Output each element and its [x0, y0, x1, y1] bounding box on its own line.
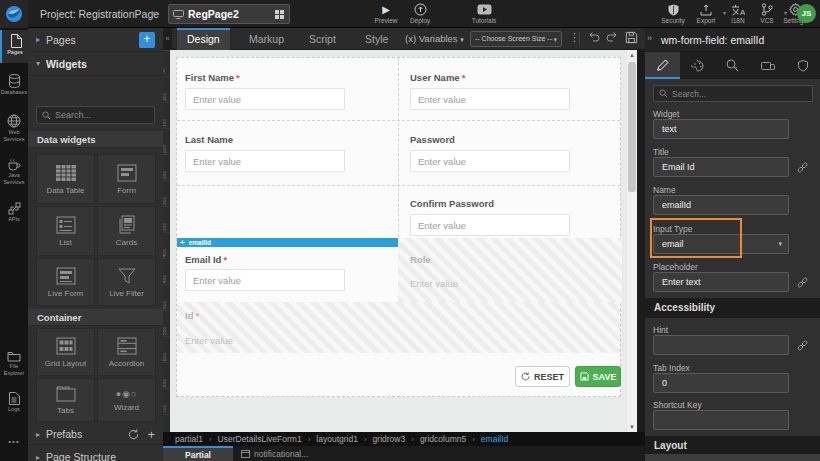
tab-partial[interactable]: Partial: [163, 446, 233, 461]
breadcrumb-item[interactable]: gridrow3: [373, 434, 406, 444]
canvas-scrollbar[interactable]: ▲ ▼: [627, 50, 637, 432]
chevron-right-icon: ›: [151, 5, 155, 20]
add-page-button[interactable]: +: [139, 32, 155, 48]
widget-tile-wizard[interactable]: ●◉○ Wizard: [97, 378, 156, 422]
reset-button[interactable]: RESET: [515, 366, 570, 387]
tab-properties[interactable]: [645, 52, 680, 79]
widget-tile-cards[interactable]: Cards: [97, 206, 156, 256]
required-asterisk: *: [223, 254, 227, 265]
email-id-input[interactable]: [185, 269, 345, 291]
tab-script[interactable]: Script: [299, 28, 346, 50]
rail-item-file-explorer[interactable]: File Explorer: [0, 346, 28, 384]
chevron-right-icon: ›: [472, 435, 475, 444]
widget-tile-data-table[interactable]: Data Table: [36, 154, 95, 204]
rail-item-apis[interactable]: APIs: [0, 198, 28, 231]
tutorials-button[interactable]: Tutorials: [462, 3, 506, 24]
selection-bar-emailid[interactable]: + emailId: [177, 238, 398, 247]
rail-item-pages[interactable]: Pages: [0, 30, 28, 63]
tab-style[interactable]: Style: [355, 28, 398, 50]
page-selector[interactable]: RegPage2: [168, 4, 290, 24]
properties-search-input[interactable]: [672, 89, 792, 99]
breadcrumb-item[interactable]: partial1: [175, 434, 203, 444]
tab-markup[interactable]: Markup: [239, 28, 294, 50]
breadcrumb-item[interactable]: UserDetailsLiveForm1: [218, 434, 302, 444]
bind-link-icon[interactable]: [796, 339, 809, 352]
tab-security[interactable]: [785, 52, 820, 79]
top-bar: Project: RegistrationPage › RegPage2 ▶ P…: [0, 0, 820, 28]
scroll-up-icon[interactable]: ▲: [627, 52, 637, 58]
bind-link-icon[interactable]: [796, 161, 809, 174]
rail-more-button[interactable]: •••: [0, 433, 28, 453]
save-file-icon[interactable]: [625, 31, 638, 44]
expand-panel-button[interactable]: »: [647, 33, 652, 43]
screen-size-select[interactable]: -- Choose Screen Size -- ▾: [470, 31, 562, 47]
export-button[interactable]: ▾ Export: [688, 3, 724, 24]
id-hidden-field[interactable]: Id* Enter value: [177, 302, 620, 353]
widget-tile-form[interactable]: Form: [97, 154, 156, 204]
role-hidden-field[interactable]: Role Enter value: [398, 238, 622, 302]
breadcrumb-item-current[interactable]: emailId: [481, 434, 508, 444]
user-avatar[interactable]: JS: [797, 4, 816, 23]
user-name-input[interactable]: [410, 88, 570, 110]
pages-section-header[interactable]: ▸ Pages +: [28, 28, 163, 52]
hint-field-input[interactable]: [653, 335, 789, 355]
rail-item-java-services[interactable]: Java Services: [0, 154, 28, 192]
prefabs-section-header[interactable]: ▸ Prefabs +: [28, 424, 163, 445]
input-type-select[interactable]: email ▾: [653, 234, 789, 254]
collapsed-arrow-icon: ▸: [36, 35, 40, 44]
security-button[interactable]: Security: [655, 3, 691, 24]
deploy-button[interactable]: Deploy: [402, 3, 438, 24]
password-input[interactable]: [410, 150, 570, 172]
export-icon: [688, 3, 724, 16]
tab-design[interactable]: Design: [177, 28, 230, 50]
title-field-input[interactable]: [653, 157, 789, 177]
scrollbar-thumb[interactable]: [628, 62, 636, 192]
grid-layout-icon: [56, 337, 76, 355]
tab-notification[interactable]: notificational...: [241, 446, 308, 461]
tab-devices[interactable]: [750, 52, 785, 79]
design-canvas[interactable]: First Name* User Name* Last Name Passwor…: [170, 50, 627, 432]
widget-tile-list[interactable]: List: [36, 206, 95, 256]
rail-item-web-services[interactable]: Web Services: [0, 110, 28, 148]
rail-item-databases[interactable]: Databases: [0, 70, 28, 103]
tab-search-expressions[interactable]: [715, 52, 750, 79]
name-field-input[interactable]: [653, 195, 789, 215]
chevron-right-icon: ›: [308, 435, 311, 444]
redo-icon[interactable]: [606, 31, 619, 43]
bind-link-icon[interactable]: [796, 276, 809, 289]
properties-search[interactable]: [653, 85, 813, 102]
widget-search[interactable]: [36, 106, 155, 124]
undo-icon[interactable]: [587, 31, 600, 43]
widget-field-input[interactable]: [653, 119, 789, 139]
variables-dropdown[interactable]: (x) Variables ▾: [405, 33, 464, 44]
breadcrumb-item[interactable]: layoutgrid1: [316, 434, 358, 444]
shortcut-key-field-input[interactable]: [653, 410, 789, 430]
palette-icon: [691, 60, 704, 72]
live-form-container[interactable]: First Name* User Name* Last Name Passwor…: [176, 57, 621, 397]
widget-tile-tabs[interactable]: Tabs: [36, 378, 95, 422]
tab-index-field-input[interactable]: [653, 373, 789, 393]
widget-tile-accordion[interactable]: Accordion: [97, 328, 156, 376]
refresh-icon[interactable]: [128, 429, 139, 440]
widget-tile-live-form[interactable]: Live Form: [36, 258, 95, 306]
preview-button[interactable]: ▶ Preview: [368, 3, 404, 24]
wavemaker-logo-icon[interactable]: [0, 0, 28, 28]
save-button[interactable]: SAVE: [575, 366, 621, 387]
grid-apps-icon[interactable]: [274, 9, 285, 20]
scroll-down-icon[interactable]: ▼: [627, 424, 637, 430]
placeholder-field-input[interactable]: [653, 272, 789, 292]
widget-search-input[interactable]: [55, 110, 145, 120]
last-name-input[interactable]: [185, 150, 345, 172]
page-structure-section-header[interactable]: ▸ Page Structure: [28, 447, 163, 461]
confirm-password-input[interactable]: [410, 214, 570, 236]
first-name-input[interactable]: [185, 88, 345, 110]
collapse-panel-button[interactable]: «: [163, 28, 172, 50]
widgets-section-header[interactable]: ▾ Widgets: [28, 52, 163, 76]
widget-tile-grid-layout[interactable]: Grid Layout: [36, 328, 95, 376]
widget-tile-live-filter[interactable]: Live Filter: [97, 258, 156, 306]
rail-item-logs[interactable]: Logs: [0, 388, 28, 421]
field-label-first-name: First Name*: [185, 72, 240, 83]
breadcrumb-item[interactable]: gridcolumn5: [420, 434, 466, 444]
tab-styles[interactable]: [680, 52, 715, 79]
add-prefab-button[interactable]: +: [147, 427, 155, 442]
